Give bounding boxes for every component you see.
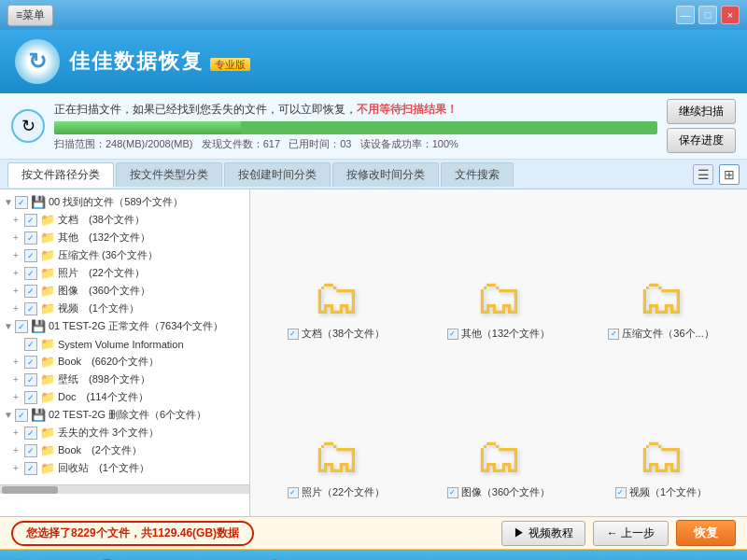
tree-toggle [13,339,24,349]
folder-icon: 📁 [40,213,55,227]
tree-checkbox[interactable]: ✓ [15,409,28,422]
tree-checkbox[interactable]: ✓ [24,214,37,227]
tab-create[interactable]: 按创建时间分类 [224,162,331,187]
list-view-button[interactable]: ☰ [693,164,713,185]
list-item[interactable]: + ✓ 📁 照片 (22个文件） [0,264,249,282]
tree-checkbox[interactable]: ✓ [24,427,37,440]
tree-toggle[interactable]: + [13,268,24,278]
grid-checkbox[interactable]: ✓ [447,329,458,340]
tab-modify[interactable]: 按修改时间分类 [332,162,439,187]
grid-item-text: 文档（38个文件） [302,327,385,341]
tree-checkbox[interactable]: ✓ [15,320,28,333]
list-item[interactable]: + ✓ 📁 Book (6620个文件） [0,353,249,371]
list-item[interactable]: ▼ ✓ 💾 02 TEST-2G 删除文件（6个文件） [0,406,249,424]
folder-icon: 🗂 [312,431,360,480]
tree-toggle[interactable]: + [13,445,24,455]
tree-checkbox[interactable]: ✓ [24,373,37,386]
tree-checkbox[interactable]: ✓ [24,356,37,369]
tree-toggle[interactable]: ▼ [4,197,15,207]
tree-item-label: 回收站 (1个文件） [58,461,149,475]
tree-toggle[interactable]: + [13,303,24,314]
grid-item-video[interactable]: 🗂 ✓ 视频（1个文件） [585,357,738,507]
grid-item-image[interactable]: 🗂 ✓ 图像（360个文件） [422,357,575,507]
grid-checkbox[interactable]: ✓ [288,329,299,340]
tree-item-label: 文档 (38个文件） [58,213,145,227]
folder-icon: 📁 [40,266,55,280]
tree-toggle[interactable]: + [13,357,24,367]
tree-scrollbar[interactable] [0,484,249,494]
grid-panel: 🗂 ✓ 文档（38个文件） 🗂 ✓ 其他（132个文件） 🗂 ✓ 压缩文件（36… [250,189,747,516]
list-item[interactable]: + ✓ 📁 视频 (1个文件） [0,300,249,317]
title-bar-left: ≡菜单 [7,5,53,26]
grid-item-label: ✓ 文档（38个文件） [288,327,385,341]
progress-area: ↻ 正在扫描文件，如果已经找到您丢失的文件，可以立即恢复，不用等待扫描结果！ 扫… [0,93,747,160]
list-item[interactable]: + ✓ 📁 回收站 (1个文件） [0,459,249,477]
tab-type[interactable]: 按文件类型分类 [116,162,222,187]
list-item[interactable]: + ✓ 📁 Book (2个文件） [0,441,249,459]
tree-toggle[interactable]: + [13,374,24,385]
grid-item-label: ✓ 视频（1个文件） [615,485,707,499]
list-item[interactable]: + ✓ 📁 Doc (114个文件） [0,388,249,406]
tab-search[interactable]: 文件搜索 [441,162,514,187]
grid-item-photo[interactable]: 🗂 ✓ 照片（22个文件） [260,357,413,507]
tree-checkbox[interactable]: ✓ [24,444,37,457]
grid-checkbox[interactable]: ✓ [608,329,619,340]
save-progress-button[interactable]: 保存进度 [667,128,736,153]
tree-drive-icon: 💾 [31,408,46,422]
folder-icon: 📁 [40,355,55,369]
tree-toggle[interactable]: + [13,463,24,473]
tree-toggle[interactable]: + [13,250,24,260]
tree-toggle[interactable]: + [13,215,24,225]
app-title: 佳佳数据恢复 [69,49,204,73]
continue-scan-button[interactable]: 继续扫描 [667,99,736,124]
list-item[interactable]: ▼ ✓ 💾 00 找到的文件（589个文件） [0,193,249,211]
tree-checkbox[interactable]: ✓ [24,302,37,315]
minimize-button[interactable]: — [676,6,695,24]
menu-button[interactable]: ≡菜单 [7,5,53,26]
tree-checkbox[interactable]: ✓ [24,285,37,298]
progress-icon: ↻ [11,109,45,143]
close-button[interactable]: × [721,6,740,24]
tree-checkbox[interactable]: ✓ [24,249,37,262]
grid-item-label: ✓ 照片（22个文件） [288,485,385,499]
grid-item-zip[interactable]: 🗂 ✓ 压缩文件（36个...） [585,199,738,348]
tree-scrollbar-thumb[interactable] [2,486,58,494]
tree-toggle[interactable]: ▼ [4,410,15,420]
grid-item-doc[interactable]: 🗂 ✓ 文档（38个文件） [260,199,413,348]
tree-checkbox[interactable]: ✓ [15,196,28,209]
list-item[interactable]: + ✓ 📁 压缩文件 (36个文件） [0,246,249,264]
folder-icon: 📁 [40,231,55,245]
tree-checkbox[interactable]: ✓ [24,462,37,475]
tree-toggle[interactable]: + [13,392,24,402]
list-item[interactable]: + ✓ 📁 图像 (360个文件） [0,282,249,300]
grid-checkbox[interactable]: ✓ [615,487,627,498]
tutorial-button[interactable]: ▶ 视频教程 [501,521,585,546]
list-item[interactable]: ▼ ✓ 💾 01 TEST-2G 正常文件（7634个文件） [0,317,249,335]
tree-toggle[interactable]: + [13,286,24,296]
tree-toggle[interactable]: + [13,232,24,243]
tab-path[interactable]: 按文件路径分类 [7,162,114,188]
tree-toggle[interactable]: + [13,427,24,438]
tree-checkbox[interactable]: ✓ [24,391,37,404]
recover-button[interactable]: 恢复 [676,520,736,546]
status-buttons: ▶ 视频教程 ← 上一步 恢复 [501,520,736,546]
grid-checkbox[interactable]: ✓ [288,487,299,498]
grid-view-button[interactable]: ⊞ [719,164,740,185]
tree-item-label: 其他 (132个文件） [58,231,150,245]
list-item[interactable]: ✓ 📁 System Volume Information [0,335,249,353]
back-button[interactable]: ← 上一步 [593,521,669,546]
tree-checkbox[interactable]: ✓ [24,338,37,351]
tree-toggle[interactable]: ▼ [4,321,15,331]
maximize-button[interactable]: □ [698,6,717,24]
tree-checkbox[interactable]: ✓ [24,267,37,280]
tree-panel[interactable]: ▼ ✓ 💾 00 找到的文件（589个文件） + ✓ 📁 文档 (38个文件） … [0,189,250,516]
list-item[interactable]: + ✓ 📁 丢失的文件 3个文件） [0,424,249,441]
list-item[interactable]: + ✓ 📁 其他 (132个文件） [0,229,249,246]
grid-item-text: 图像（360个文件） [461,485,550,499]
list-item[interactable]: + ✓ 📁 文档 (38个文件） [0,211,249,229]
folder-icon: 📁 [40,390,55,404]
grid-item-other[interactable]: 🗂 ✓ 其他（132个文件） [422,199,575,348]
grid-checkbox[interactable]: ✓ [447,487,458,498]
list-item[interactable]: + ✓ 📁 壁纸 (898个文件） [0,371,249,388]
tree-checkbox[interactable]: ✓ [24,231,37,245]
